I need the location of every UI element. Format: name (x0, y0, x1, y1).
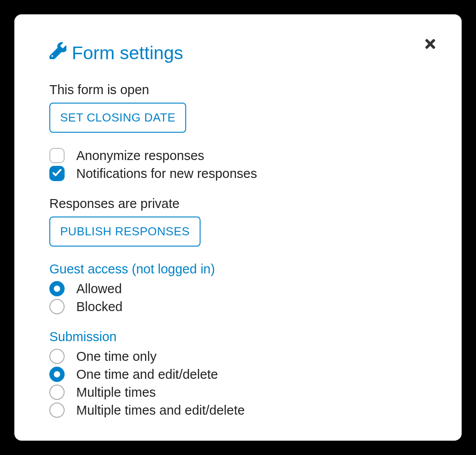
guest-access-blocked-row: Blocked (49, 299, 427, 314)
set-closing-date-button[interactable]: SET CLOSING DATE (49, 103, 186, 133)
responses-private-status: Responses are private (49, 196, 427, 211)
submission-multiple-edit-row: Multiple times and edit/delete (49, 403, 427, 418)
submission-section: Submission One time only One time and ed… (49, 329, 427, 418)
wrench-icon (49, 42, 66, 64)
checkbox-section: Anonymize responses Notifications for ne… (49, 148, 427, 181)
submission-one-time-row: One time only (49, 349, 427, 364)
notifications-row: Notifications for new responses (49, 166, 427, 181)
submission-multiple-row: Multiple times (49, 385, 427, 400)
form-open-section: This form is open SET CLOSING DATE (49, 82, 427, 133)
dialog-title: Form settings (49, 42, 427, 64)
guest-access-blocked-label: Blocked (76, 299, 122, 314)
guest-access-section: Guest access (not logged in) Allowed Blo… (49, 262, 427, 314)
submission-one-time-edit-row: One time and edit/delete (49, 367, 427, 382)
form-open-status: This form is open (49, 82, 427, 97)
submission-one-time-edit-radio[interactable] (49, 367, 65, 382)
guest-access-allowed-label: Allowed (76, 282, 122, 296)
guest-access-allowed-radio[interactable] (49, 281, 65, 296)
submission-multiple-radio[interactable] (49, 385, 65, 400)
guest-access-blocked-radio[interactable] (49, 299, 65, 314)
responses-private-section: Responses are private PUBLISH RESPONSES (49, 196, 427, 247)
submission-multiple-label: Multiple times (76, 385, 156, 400)
submission-multiple-edit-label: Multiple times and edit/delete (76, 403, 245, 418)
submission-header: Submission (49, 329, 427, 344)
guest-access-header: Guest access (not logged in) (49, 262, 427, 277)
anonymize-checkbox[interactable] (49, 148, 65, 163)
notifications-checkbox[interactable] (49, 166, 65, 181)
close-icon (423, 37, 437, 51)
submission-multiple-edit-radio[interactable] (49, 403, 65, 418)
guest-access-allowed-row: Allowed (49, 281, 427, 296)
check-icon (52, 167, 62, 180)
anonymize-label: Anonymize responses (76, 148, 204, 163)
publish-responses-button[interactable]: PUBLISH RESPONSES (49, 217, 201, 247)
anonymize-row: Anonymize responses (49, 148, 427, 163)
dialog-title-text: Form settings (72, 43, 183, 64)
submission-one-time-edit-label: One time and edit/delete (76, 367, 218, 382)
submission-one-time-label: One time only (76, 349, 157, 364)
notifications-label: Notifications for new responses (76, 166, 257, 181)
submission-one-time-radio[interactable] (49, 349, 65, 364)
form-settings-dialog: Form settings This form is open SET CLOS… (14, 14, 462, 441)
close-button[interactable] (423, 37, 437, 51)
